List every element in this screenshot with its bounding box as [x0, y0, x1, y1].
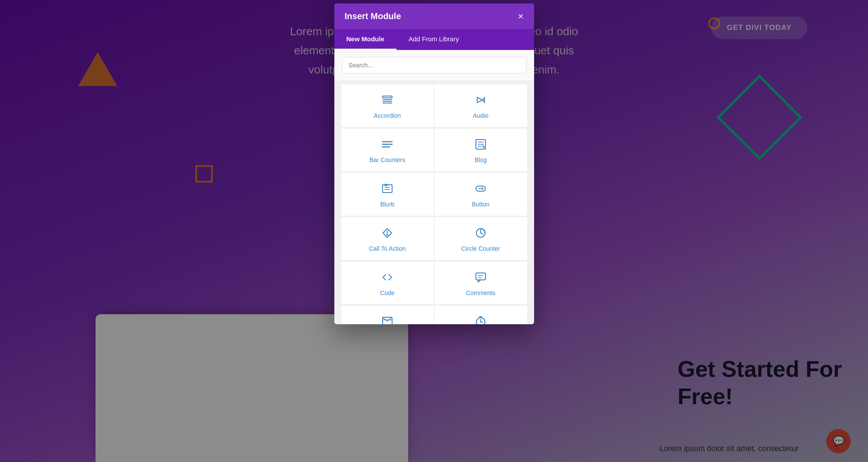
comments-label: Comments	[466, 289, 495, 296]
svg-rect-26	[476, 273, 485, 280]
module-contact-form[interactable]: Contact Form	[341, 306, 434, 324]
code-icon	[381, 271, 393, 285]
audio-label: Audio	[473, 112, 488, 119]
module-call-to-action[interactable]: Call To Action	[341, 217, 434, 260]
modal-title: Insert Module	[345, 11, 401, 21]
module-countdown-timer[interactable]: Countdown Timer	[435, 306, 527, 324]
code-label: Code	[380, 289, 394, 296]
contact-form-icon	[381, 316, 393, 324]
modal-header: Insert Module ×	[334, 3, 534, 29]
module-search-input[interactable]	[342, 57, 526, 73]
circle-counter-label: Circle Counter	[461, 245, 500, 252]
button-icon	[475, 183, 487, 196]
tab-add-from-library[interactable]: Add From Library	[396, 29, 471, 50]
module-code[interactable]: Code	[341, 262, 434, 304]
insert-module-modal: Insert Module × New Module Add From Libr…	[334, 3, 534, 324]
module-button[interactable]: Button	[435, 173, 527, 216]
audio-icon	[475, 94, 487, 108]
blurb-label: Blurb	[380, 201, 395, 208]
svg-line-25	[481, 233, 483, 234]
comments-icon	[475, 271, 487, 285]
accordion-label: Accordion	[374, 112, 401, 119]
module-accordion[interactable]: Accordion	[341, 84, 434, 127]
accordion-icon	[381, 94, 393, 108]
countdown-timer-icon	[475, 316, 487, 324]
modal-close-button[interactable]: ×	[518, 12, 524, 21]
blurb-icon	[381, 183, 393, 196]
svg-marker-4	[477, 97, 482, 103]
module-blog[interactable]: Blog	[435, 129, 527, 171]
svg-rect-0	[383, 96, 392, 98]
blog-label: Blog	[475, 156, 487, 163]
circle-counter-icon	[475, 227, 487, 241]
bar-counters-icon	[381, 138, 393, 152]
module-comments[interactable]: Comments	[435, 262, 527, 304]
call-to-action-label: Call To Action	[369, 245, 406, 252]
svg-point-22	[387, 234, 388, 235]
bar-counters-label: Bar Counters	[370, 156, 405, 163]
module-circle-counter[interactable]: Circle Counter	[435, 217, 527, 260]
tab-new-module[interactable]: New Module	[334, 29, 397, 50]
module-blurb[interactable]: Blurb	[341, 173, 434, 216]
module-bar-counters[interactable]: Bar Counters	[341, 129, 434, 171]
module-grid: Accordion Audio Bar Counters Blog	[334, 81, 534, 324]
modal-tabs: New Module Add From Library	[334, 29, 534, 50]
module-audio[interactable]: Audio	[435, 84, 527, 127]
blog-icon	[475, 138, 487, 152]
button-label: Button	[472, 201, 489, 208]
call-to-action-icon	[381, 227, 393, 241]
module-search-container	[334, 50, 534, 81]
